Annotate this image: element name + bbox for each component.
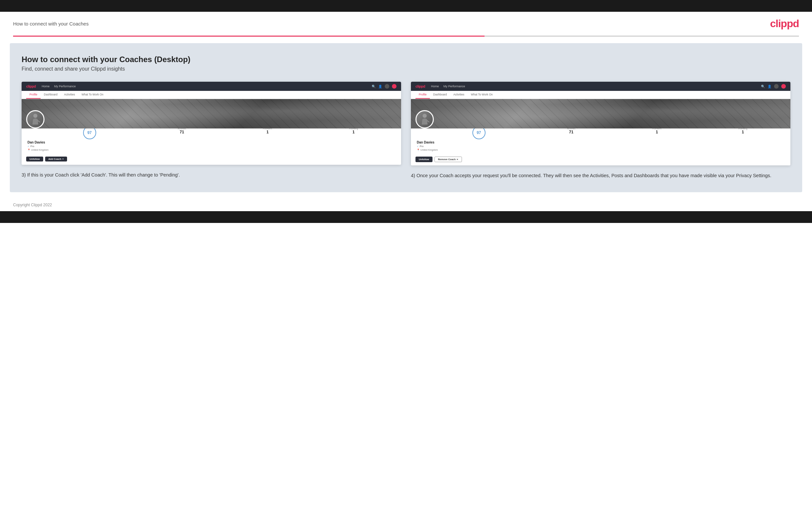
left-nav-home[interactable]: Home	[42, 84, 49, 88]
left-stat-followers-val: 1	[263, 130, 272, 134]
right-nav-home[interactable]: Home	[431, 84, 439, 88]
left-avatar	[26, 110, 45, 128]
tab-profile-left[interactable]: Profile	[26, 91, 41, 99]
header-title: How to connect with your Coaches	[13, 21, 89, 26]
right-user-location: 📍 United Kingdom	[417, 149, 786, 151]
left-mock-logo: clippd	[26, 84, 36, 88]
svg-line-1	[38, 121, 40, 122]
user-icon-right[interactable]: 👤	[767, 84, 771, 88]
svg-point-2	[423, 114, 427, 118]
unfollow-button-left[interactable]: Unfollow	[26, 157, 43, 162]
settings-icon-right[interactable]	[774, 84, 779, 89]
left-banner	[21, 99, 401, 128]
main-content: How to connect with your Coaches (Deskto…	[10, 43, 802, 192]
top-bar	[0, 0, 812, 12]
tab-activities-left[interactable]: Activities	[61, 91, 79, 99]
right-stat-activities-val: 71	[567, 130, 575, 134]
right-avatar	[415, 110, 434, 128]
left-tabs: Profile Dashboard Activities What To Wor…	[21, 91, 401, 99]
copyright-text: Copyright Clippd 2022	[13, 203, 52, 207]
settings-icon[interactable]	[385, 84, 389, 89]
right-location-icon: 📍	[417, 149, 420, 151]
left-stat-following-val: 1	[349, 130, 358, 134]
right-verified-icon: ✓	[417, 145, 419, 148]
left-profile-area	[21, 99, 401, 128]
left-username: Dan Davies	[28, 140, 397, 144]
verified-icon: ✓	[28, 145, 30, 148]
plus-icon: +	[62, 158, 64, 161]
left-description: 3) If this is your Coach click 'Add Coac…	[21, 171, 401, 178]
left-column: clippd Home My Performance 🔍 👤 Profile	[21, 82, 401, 178]
right-stat-followers: Followers 1	[652, 127, 661, 134]
left-stat-activities: Activities 71	[177, 127, 186, 134]
right-stat-following: Following 1	[739, 127, 747, 134]
left-screenshot: clippd Home My Performance 🔍 👤 Profile	[21, 82, 401, 165]
page-subheading: Find, connect and share your Clippd insi…	[21, 66, 791, 72]
left-stat-following: Following 1	[349, 127, 358, 134]
right-stat-activities: Activities 71	[567, 127, 575, 134]
tab-profile-right[interactable]: Profile	[415, 91, 430, 99]
header: How to connect with your Coaches clippd	[0, 12, 812, 36]
banner-overlay	[21, 99, 401, 128]
tab-whattoworkon-right[interactable]: What To Work On	[467, 91, 496, 99]
search-icon-right[interactable]: 🔍	[761, 84, 765, 88]
right-user-info: Dan Davies ✓ Pro 📍 United Kingdom	[415, 139, 786, 154]
tab-whattoworkon-left[interactable]: What To Work On	[78, 91, 107, 99]
left-user-location: 📍 United Kingdom	[28, 149, 397, 151]
left-navbar: clippd Home My Performance 🔍 👤	[21, 82, 401, 91]
screenshots-row: clippd Home My Performance 🔍 👤 Profile	[21, 82, 791, 179]
left-user-role: ✓ Pro	[28, 145, 397, 148]
right-action-buttons: Unfollow Remove Coach ×	[415, 157, 786, 162]
location-icon: 📍	[28, 149, 31, 151]
add-coach-button[interactable]: Add Coach +	[45, 157, 67, 162]
avatar-icon[interactable]	[392, 84, 397, 89]
remove-coach-label: Remove Coach	[438, 158, 456, 161]
search-icon[interactable]: 🔍	[372, 84, 375, 88]
close-icon: ×	[457, 158, 458, 161]
left-stat-followers: Followers 1	[263, 127, 272, 134]
user-icon[interactable]: 👤	[378, 84, 382, 88]
footer: Copyright Clippd 2022	[0, 199, 812, 211]
remove-coach-button[interactable]: Remove Coach ×	[435, 157, 462, 162]
right-banner-overlay	[411, 99, 791, 128]
right-banner	[411, 99, 791, 128]
golfer-silhouette-icon	[27, 111, 44, 127]
svg-line-3	[427, 121, 429, 122]
right-mock-logo: clippd	[415, 84, 425, 88]
left-nav-myperformance[interactable]: My Performance	[54, 84, 75, 88]
page-heading: How to connect with your Coaches (Deskto…	[21, 55, 791, 64]
tab-dashboard-right[interactable]: Dashboard	[430, 91, 450, 99]
logo: clippd	[770, 18, 799, 30]
add-coach-label: Add Coach	[48, 158, 61, 161]
right-nav-myperformance[interactable]: My Performance	[443, 84, 465, 88]
header-divider	[13, 36, 799, 37]
left-nav-icons: 🔍 👤	[372, 84, 397, 89]
left-stat-activities-val: 71	[177, 130, 186, 134]
right-screenshot: clippd Home My Performance 🔍 👤 Profile	[411, 82, 791, 165]
right-stat-following-val: 1	[739, 130, 747, 134]
left-avatar-wrapper	[26, 110, 45, 128]
right-user-role: ✓ Pro	[417, 145, 786, 148]
tab-activities-right[interactable]: Activities	[450, 91, 468, 99]
right-navbar: clippd Home My Performance 🔍 👤	[411, 82, 791, 91]
right-nav-icons: 🔍 👤	[761, 84, 786, 89]
avatar-icon-right[interactable]	[781, 84, 786, 89]
left-user-info: Dan Davies ✓ Pro 📍 United Kingdom	[26, 139, 397, 154]
svg-point-0	[33, 114, 38, 118]
right-golfer-silhouette-icon	[416, 111, 433, 127]
right-column: clippd Home My Performance 🔍 👤 Profile	[411, 82, 791, 179]
left-action-buttons: Unfollow Add Coach +	[26, 157, 397, 162]
right-profile-area	[411, 99, 791, 128]
tab-dashboard-left[interactable]: Dashboard	[41, 91, 61, 99]
right-avatar-wrapper	[415, 110, 434, 128]
right-nav-links: Home My Performance	[431, 84, 755, 88]
bottom-bar	[0, 211, 812, 223]
right-tabs: Profile Dashboard Activities What To Wor…	[411, 91, 791, 99]
right-description: 4) Once your Coach accepts your request …	[411, 172, 791, 179]
left-nav-links: Home My Performance	[42, 84, 366, 88]
right-stat-followers-val: 1	[652, 130, 661, 134]
right-username: Dan Davies	[417, 140, 786, 144]
unfollow-button-right[interactable]: Unfollow	[415, 157, 433, 162]
